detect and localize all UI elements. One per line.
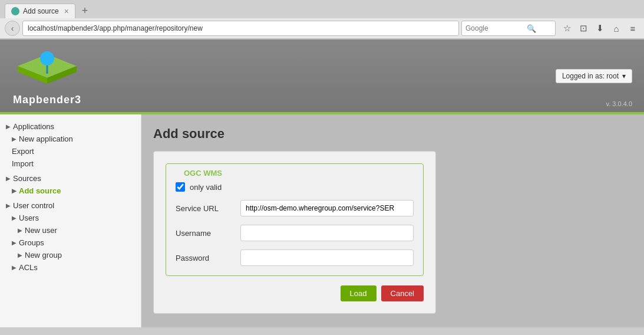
sidebar-label-sources: Sources (13, 174, 41, 183)
arrow-icon: ▶ (6, 175, 11, 182)
bookmark-icon[interactable]: ⊡ (577, 22, 590, 35)
sidebar-item-new-group[interactable]: ▶ New group (0, 249, 141, 261)
arrow-icon: ▶ (18, 252, 22, 258)
sidebar-label-export: Export (12, 147, 34, 156)
service-url-label: Service URL (176, 204, 235, 213)
sidebar-item-export[interactable]: Export (0, 145, 141, 157)
arrow-icon: ▶ (12, 264, 16, 271)
sidebar-section-applications: ▶ Applications ▶ New application Export … (0, 120, 141, 170)
search-icon: 🔍 (527, 24, 536, 33)
sidebar-item-new-user[interactable]: ▶ New user (0, 224, 141, 237)
arrow-icon: ▶ (12, 136, 16, 142)
sidebar-label-user-control: User control (13, 201, 54, 210)
sidebar-section-user-control: ▶ User control ▶ Users ▶ New user ▶ Grou… (0, 199, 141, 274)
star-icon[interactable]: ☆ (560, 22, 573, 35)
sidebar-label-new-application: New application (19, 134, 73, 143)
sidebar-item-groups[interactable]: ▶ Groups (0, 237, 141, 249)
arrow-icon: ▶ (6, 202, 11, 209)
arrow-icon: ▶ (12, 215, 16, 221)
sidebar-label-new-group: New group (25, 251, 62, 260)
user-badge-label: Logged in as: root (562, 72, 619, 80)
sidebar-item-acls[interactable]: ▶ ACLs (0, 261, 141, 274)
new-tab-button[interactable]: + (78, 4, 92, 18)
service-url-input[interactable] (240, 200, 414, 216)
fieldset-box: OGC WMS only valid Service URL Username (166, 163, 424, 276)
toolbar-icons: ☆ ⊡ ⬇ ⌂ ≡ (560, 22, 639, 35)
browser-chrome: Add source × + ‹ 🔍 ☆ ⊡ ⬇ ⌂ ≡ (0, 0, 644, 40)
app-container: Mapbender3 Logged in as: root ▾ v. 3.0.4… (0, 40, 644, 327)
user-badge[interactable]: Logged in as: root ▾ (556, 69, 632, 83)
sidebar-item-add-source[interactable]: ▶ Add source (0, 185, 141, 197)
sidebar-label-acls: ACLs (19, 263, 38, 272)
sidebar-item-sources[interactable]: ▶ Sources (0, 172, 141, 185)
sidebar-label-users: Users (19, 214, 39, 222)
password-input[interactable] (240, 249, 414, 266)
page-title: Add source (153, 126, 632, 142)
sidebar-item-user-control[interactable]: ▶ User control (0, 199, 141, 212)
only-valid-checkbox[interactable] (176, 182, 185, 192)
sidebar-label-groups: Groups (19, 238, 44, 247)
tab-title: Add source (23, 7, 59, 15)
active-tab[interactable]: Add source × (5, 4, 75, 18)
logo-area: Mapbender3 (12, 45, 82, 106)
sidebar-label-import: Import (12, 159, 34, 168)
sidebar-item-new-application[interactable]: ▶ New application (0, 133, 141, 145)
header-right: Logged in as: root ▾ (556, 69, 632, 83)
sidebar-label-applications: Applications (13, 122, 54, 131)
sidebar: ▶ Applications ▶ New application Export … (0, 114, 141, 327)
logo-svg (12, 45, 82, 93)
download-icon[interactable]: ⬇ (593, 22, 606, 35)
username-label: Username (176, 229, 235, 238)
search-input[interactable] (465, 24, 524, 32)
only-valid-label: only valid (190, 183, 222, 192)
address-bar: ‹ 🔍 ☆ ⊡ ⬇ ⌂ ≡ (0, 18, 644, 39)
sidebar-item-import[interactable]: Import (0, 157, 141, 170)
arrow-icon: ▶ (12, 239, 16, 246)
tab-favicon (11, 7, 19, 15)
fieldset-legend: OGC WMS (180, 169, 226, 178)
tab-close-button[interactable]: × (60, 6, 69, 16)
content-area: ▶ Applications ▶ New application Export … (0, 114, 644, 327)
form-row-username: Username (176, 225, 414, 241)
form-card: OGC WMS only valid Service URL Username (153, 151, 436, 314)
arrow-icon: ▶ (12, 188, 16, 194)
username-input[interactable] (240, 225, 414, 241)
url-field[interactable] (22, 21, 459, 36)
password-label: Password (176, 254, 235, 262)
sidebar-item-users[interactable]: ▶ Users (0, 212, 141, 224)
btn-row: Load Cancel (166, 285, 424, 301)
form-row-password: Password (176, 249, 414, 266)
app-header: Mapbender3 Logged in as: root ▾ v. 3.0.4… (0, 40, 644, 112)
user-dropdown-icon: ▾ (622, 72, 626, 80)
cancel-button[interactable]: Cancel (381, 285, 424, 301)
svg-point-3 (40, 51, 54, 65)
version-text: v. 3.0.4.0 (606, 100, 632, 107)
sidebar-section-sources: ▶ Sources ▶ Add source (0, 172, 141, 197)
arrow-icon: ▶ (6, 123, 11, 130)
main-content: Add source OGC WMS only valid Service UR… (141, 114, 644, 327)
home-icon[interactable]: ⌂ (610, 22, 623, 35)
menu-icon[interactable]: ≡ (626, 22, 639, 35)
sidebar-item-applications[interactable]: ▶ Applications (0, 120, 141, 133)
back-button[interactable]: ‹ (5, 21, 20, 36)
tab-bar: Add source × + (0, 0, 644, 18)
arrow-icon: ▶ (18, 227, 22, 234)
sidebar-label-new-user: New user (25, 226, 57, 235)
sidebar-label-add-source: Add source (19, 186, 61, 195)
load-button[interactable]: Load (341, 285, 377, 301)
search-box: 🔍 (461, 21, 556, 36)
form-row-service-url: Service URL (176, 200, 414, 216)
checkbox-row: only valid (176, 182, 414, 192)
logo-text: Mapbender3 (13, 94, 81, 106)
